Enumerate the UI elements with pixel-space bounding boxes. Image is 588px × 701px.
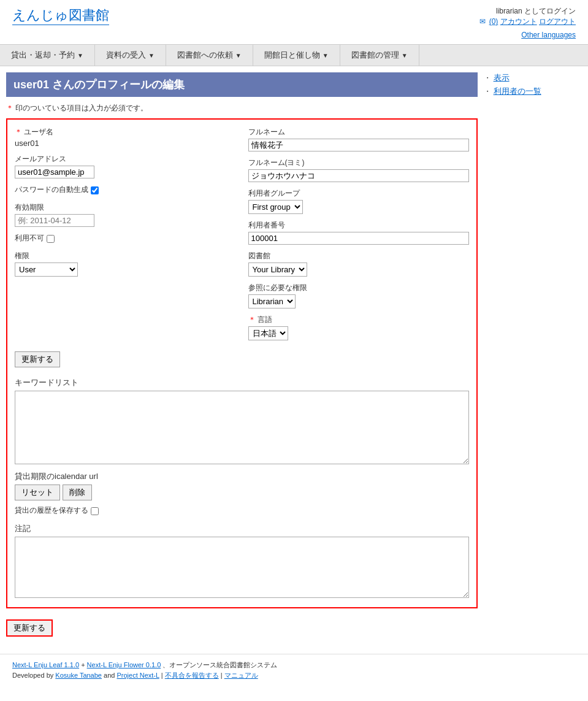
manual-link[interactable]: マニュアル	[224, 672, 258, 679]
required-star: ＊	[6, 104, 13, 112]
user-number-group: 利用者番号	[248, 220, 470, 245]
email-group: メールアドレス	[15, 154, 236, 178]
sidebar-item-users: 利用者の一覧	[484, 86, 582, 97]
auto-password-row: パスワードの自動生成	[15, 185, 236, 196]
keyword-list-label: キーワードリスト	[15, 377, 469, 388]
library-group: 図書館 Your Library	[248, 251, 470, 277]
main-layout: user01 さんのプロフィールの編集 ＊ 印のついている項目は入力が必須です。…	[0, 66, 588, 648]
footer-line1: Next-L Enju Leaf 1.1.0 + Next-L Enju Flo…	[12, 661, 576, 670]
nav-item-events[interactable]: 開館日と催し物 ▼	[253, 45, 340, 66]
nav-item-lending[interactable]: 貸出・返却・予約 ▼	[0, 45, 95, 66]
nav-request-arrow: ▼	[235, 52, 242, 59]
nav-management-label: 図書館の管理	[351, 50, 399, 61]
icalendar-buttons: リセット 削除	[15, 485, 469, 500]
save-history-row: 貸出の履歴を保存する	[15, 505, 469, 517]
update-button-2[interactable]: 更新する	[6, 619, 53, 637]
nav-lending-arrow: ▼	[77, 52, 83, 59]
auto-password-checkbox[interactable]	[91, 186, 99, 194]
project-link[interactable]: Project Next-L	[116, 672, 159, 679]
fullname-yomi-group: フルネーム(ヨミ)	[248, 158, 470, 182]
nav-acquisition-arrow: ▼	[148, 52, 155, 59]
required-note: ＊ 印のついている項目は入力が必須です。	[6, 103, 478, 113]
sidebar-link-view[interactable]: 表示	[494, 73, 510, 82]
account-link[interactable]: アカウント	[500, 17, 537, 26]
form-left-col: ＊ ユーザ名 user01 メールアドレス パスワードの自動生成	[15, 127, 236, 347]
user-number-label: 利用者番号	[248, 220, 470, 231]
reset-button[interactable]: リセット	[15, 485, 60, 500]
form-columns: ＊ ユーザ名 user01 メールアドレス パスワードの自動生成	[15, 127, 469, 347]
expiry-input[interactable]	[15, 214, 94, 227]
footer: Next-L Enju Leaf 1.1.0 + Next-L Enju Flo…	[0, 654, 588, 688]
page-title: user01 さんのプロフィールの編集	[6, 72, 478, 97]
keyword-list-textarea[interactable]	[15, 391, 469, 464]
sidebar-item-view: 表示	[484, 72, 582, 83]
nav-item-acquisition[interactable]: 資料の受入 ▼	[95, 45, 166, 66]
username-value: user01	[15, 139, 236, 148]
inbox-count-link[interactable]: (0)	[489, 17, 498, 26]
notes-textarea[interactable]	[15, 537, 469, 598]
form-main-section: ＊ ユーザ名 user01 メールアドレス パスワードの自動生成	[6, 118, 478, 608]
sidebar-nav: 表示 利用者の一覧	[484, 72, 582, 97]
sidebar-link-users[interactable]: 利用者の一覧	[494, 86, 541, 96]
expiry-label: 有効期限	[15, 202, 236, 213]
user-group-group: 利用者グループ First group	[248, 188, 470, 214]
language-group: ＊ 言語 日本語	[248, 315, 470, 340]
user-group-select[interactable]: First group	[248, 200, 303, 214]
required-role-label: 参照に必要な権限	[248, 283, 470, 293]
delete-button[interactable]: 削除	[63, 485, 92, 500]
fullname-yomi-label: フルネーム(ヨミ)	[248, 158, 470, 168]
email-label: メールアドレス	[15, 154, 236, 164]
login-links: ✉ (0) アカウント ログアウト	[479, 17, 576, 27]
login-text: librarian としてログイン	[479, 6, 576, 17]
expiry-group: 有効期限	[15, 202, 236, 227]
nav-acquisition-label: 資料の受入	[106, 50, 146, 61]
disabled-group: 利用不可	[15, 233, 236, 245]
sidebar: 表示 利用者の一覧	[484, 72, 582, 642]
auto-password-label: パスワードの自動生成	[15, 185, 88, 195]
email-input[interactable]	[15, 166, 94, 178]
form-right-col: フルネーム フルネーム(ヨミ) 利用者グループ First group	[248, 127, 470, 347]
username-label: ＊ ユーザ名	[15, 127, 236, 137]
role-group: 権限 User Librarian Administrator	[15, 251, 236, 277]
login-info: librarian としてログイン ✉ (0) アカウント ログアウト	[479, 6, 576, 27]
nav-events-arrow: ▼	[323, 52, 329, 59]
save-history-label: 貸出の履歴を保存する	[15, 505, 88, 516]
kosuke-link[interactable]: Kosuke Tanabe	[55, 672, 102, 679]
username-req: ＊	[15, 128, 22, 136]
notes-label: 注記	[15, 523, 469, 534]
disabled-checkbox[interactable]	[47, 235, 55, 243]
required-role-select[interactable]: Librarian	[248, 294, 296, 308]
user-group-label: 利用者グループ	[248, 188, 470, 199]
enju-leaf-link[interactable]: Next-L Enju Leaf 1.1.0	[12, 661, 79, 668]
enju-flower-link[interactable]: Next-L Enju Flower 0.1.0	[87, 661, 161, 668]
required-role-group: 参照に必要な権限 Librarian	[248, 283, 470, 308]
save-history-checkbox[interactable]	[91, 507, 99, 515]
main-nav: 貸出・返却・予約 ▼ 資料の受入 ▼ 図書館への依頼 ▼ 開館日と催し物 ▼ 図…	[0, 44, 588, 66]
icalendar-label: 貸出期限のicalendar url	[15, 471, 469, 482]
nav-item-request[interactable]: 図書館への依頼 ▼	[166, 45, 253, 66]
logout-link[interactable]: ログアウト	[539, 17, 576, 26]
library-select[interactable]: Your Library	[248, 262, 307, 277]
role-label: 権限	[15, 251, 236, 261]
fullname-input[interactable]	[248, 139, 470, 151]
role-select[interactable]: User Librarian Administrator	[15, 262, 78, 277]
fullname-group: フルネーム	[248, 127, 470, 151]
site-title-link[interactable]: えんじゅ図書館	[12, 6, 109, 25]
language-select[interactable]: 日本語	[248, 326, 288, 340]
disabled-row: 利用不可	[15, 233, 236, 245]
report-link[interactable]: 不具合を報告する	[165, 672, 219, 679]
language-label: ＊ 言語	[248, 315, 470, 325]
nav-management-arrow: ▼	[402, 52, 408, 59]
other-languages-link[interactable]: Other languages	[521, 31, 576, 39]
save-history-group: 貸出の履歴を保存する	[15, 505, 469, 517]
mail-icon: ✉	[479, 17, 486, 26]
footer-line2: Developed by Kosuke Tanabe and Project N…	[12, 671, 576, 680]
fullname-yomi-input[interactable]	[248, 169, 470, 182]
username-group: ＊ ユーザ名 user01	[15, 127, 236, 148]
other-languages-section: Other languages	[0, 30, 588, 44]
nav-item-management[interactable]: 図書館の管理 ▼	[340, 45, 419, 66]
nav-events-label: 開館日と催し物	[264, 50, 320, 61]
user-number-input[interactable]	[248, 232, 470, 245]
update-button-1[interactable]: 更新する	[15, 351, 60, 367]
nav-request-label: 図書館への依頼	[177, 50, 233, 61]
